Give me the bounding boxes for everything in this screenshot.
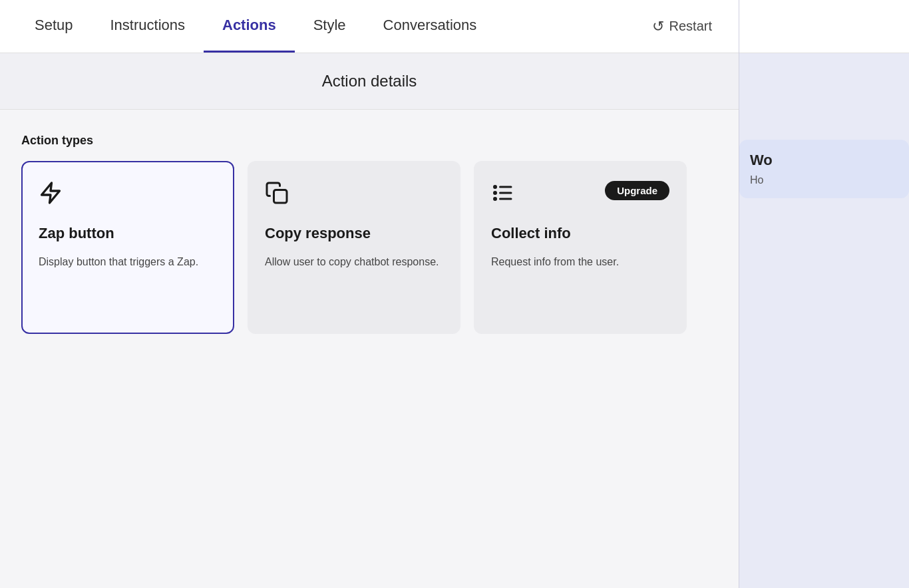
tab-setup[interactable]: Setup	[16, 0, 92, 53]
right-panel-title: Wo	[750, 152, 898, 169]
restart-icon: ↺	[652, 18, 664, 35]
upgrade-badge-collect-info[interactable]: Upgrade	[605, 181, 669, 200]
top-nav: SetupInstructionsActionsStyleConversatio…	[0, 0, 739, 53]
page-header: Action details	[0, 53, 739, 110]
card-icon-row-zap-button	[39, 181, 217, 209]
card-desc-collect-info: Request info from the user.	[491, 254, 669, 271]
svg-rect-1	[274, 190, 287, 204]
right-panel-top	[739, 0, 909, 53]
right-panel-subtitle: Ho	[750, 174, 898, 186]
card-title-copy-response: Copy response	[265, 225, 443, 242]
svg-point-5	[494, 186, 496, 188]
content-area: Action types Zap buttonDisplay button th…	[0, 110, 739, 588]
card-icon-zap-button	[39, 181, 63, 209]
right-panel-box: Wo Ho	[739, 140, 909, 198]
svg-point-7	[494, 198, 496, 200]
card-icon-collect-info	[491, 181, 515, 209]
card-icon-row-copy-response	[265, 181, 443, 209]
tab-instructions[interactable]: Instructions	[92, 0, 204, 53]
card-icon-copy-response	[265, 181, 289, 209]
action-card-collect-info[interactable]: UpgradeCollect infoRequest info from the…	[474, 161, 687, 334]
action-card-copy-response[interactable]: Copy responseAllow user to copy chatbot …	[248, 161, 460, 334]
card-desc-copy-response: Allow user to copy chatbot response.	[265, 254, 443, 271]
card-icon-row-collect-info: Upgrade	[491, 181, 669, 209]
section-label: Action types	[21, 134, 717, 148]
right-panel: Wo Ho	[739, 0, 909, 588]
tab-style[interactable]: Style	[295, 0, 365, 53]
action-cards-container: Zap buttonDisplay button that triggers a…	[21, 161, 717, 334]
tab-conversations[interactable]: Conversations	[365, 0, 496, 53]
card-desc-zap-button: Display button that triggers a Zap.	[39, 254, 217, 271]
svg-point-6	[494, 192, 496, 194]
svg-marker-0	[42, 183, 60, 203]
card-title-zap-button: Zap button	[39, 225, 217, 242]
tab-actions[interactable]: Actions	[204, 0, 295, 53]
action-card-zap-button[interactable]: Zap buttonDisplay button that triggers a…	[21, 161, 234, 334]
card-title-collect-info: Collect info	[491, 225, 669, 242]
restart-label: Restart	[669, 19, 712, 34]
restart-button[interactable]: ↺ Restart	[652, 0, 723, 53]
